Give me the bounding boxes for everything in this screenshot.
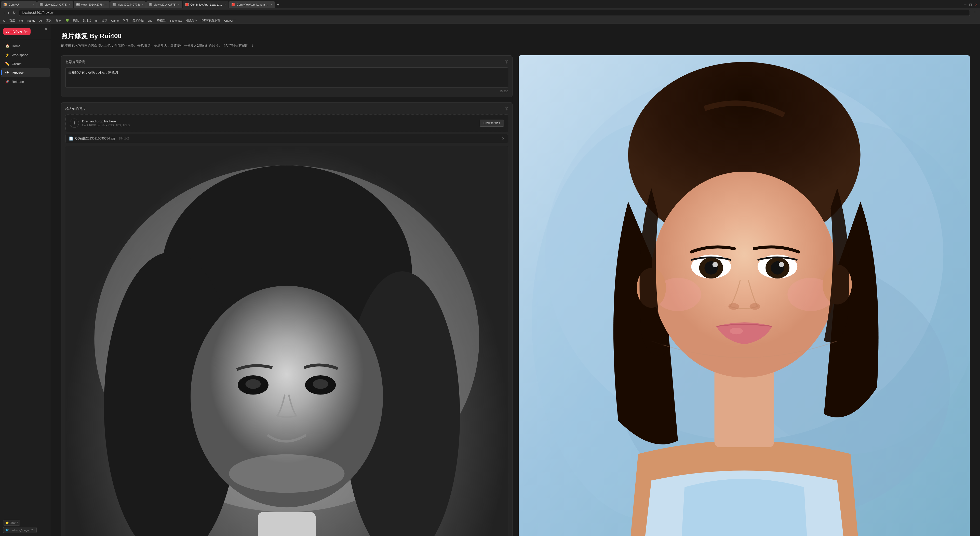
bookmark-visual[interactable]: 视觉结局 <box>185 18 199 23</box>
navigation-bar: ‹ › ↻ ⋮ <box>0 8 980 18</box>
active-indicator <box>1 70 2 75</box>
tab-label: ComfyflowApp: Load a com... <box>190 3 223 6</box>
bookmark-tencent[interactable]: 腾讯 <box>72 18 80 23</box>
sidebar-item-label: Create <box>12 62 22 66</box>
bookmarks-bar: Q 百度 me lhandy AI 工具 知乎 💚 腾讯 设计类 ui 社群 G… <box>0 18 980 24</box>
tab-close-icon[interactable]: × <box>142 3 143 6</box>
bookmark-q[interactable]: Q <box>2 19 6 22</box>
tab-close-icon[interactable]: × <box>105 3 107 6</box>
follow-button[interactable]: 🐦 Follow @xingren23 <box>3 527 37 533</box>
bookmark-ixd[interactable]: IXD可视化课程 <box>200 18 221 23</box>
bookmark-ai[interactable]: AI <box>38 19 43 22</box>
upload-section-header: 输入你的照片 ⓘ <box>65 107 508 111</box>
tab-favicon: 👁 <box>113 3 116 6</box>
sidebar-item-create[interactable]: ✏️ Create <box>1 59 50 68</box>
tab-favicon: 🔴 <box>185 3 189 6</box>
upload-cloud-icon: ⬆ <box>70 118 79 128</box>
logo-sub: App <box>24 30 28 33</box>
new-tab-button[interactable]: + <box>275 2 281 7</box>
reload-button[interactable]: ↻ <box>11 10 17 15</box>
file-name: QQ截图20230915090654.jpg <box>75 136 115 141</box>
bookmark-tools[interactable]: 工具 <box>45 18 53 23</box>
star-button[interactable]: ⭐ Star 7 <box>3 520 20 526</box>
bookmark-life[interactable]: Life <box>147 19 153 22</box>
tab-bar: 🎨 ComfyUI × 👁 view (2014×2778) × 👁 view … <box>0 0 980 8</box>
tab-view1[interactable]: 👁 view (2014×2778) × <box>37 1 73 8</box>
logo-box: comfyflow App <box>3 28 30 35</box>
color-portrait-svg: 激活 Windows 转到设置以激活 Windows <box>519 55 970 536</box>
bookmark-learn[interactable]: 学习 <box>122 18 129 23</box>
tab-close-icon[interactable]: × <box>224 3 226 6</box>
tab-favicon: 👁 <box>40 3 43 6</box>
svg-point-20 <box>651 171 837 377</box>
page-description: 能够按要求的氛围给黑白照片上色，并能优化画质、去除噪点、高清放大，最终提供一张放… <box>61 43 970 48</box>
content-grid: 色彩范围设定 ⓘ 美丽的少女，夜晚，月光，冷色调 15/300 输入你的照片 ⓘ… <box>61 55 970 536</box>
svg-point-12 <box>229 454 344 493</box>
sidebar-item-workspace[interactable]: ⚡ Workspace <box>1 51 50 59</box>
bookmark-chatgpt[interactable]: ChatGPT <box>223 19 237 22</box>
upload-left: ⬆ Drag and drop file here Limit 10MB per… <box>70 118 130 128</box>
sidebar-logo: comfyflow App ✕ <box>0 24 51 39</box>
sidebar-close-button[interactable]: ✕ <box>45 27 48 31</box>
tab-view2[interactable]: 👁 view (2014×2778) × <box>74 1 110 8</box>
svg-point-10 <box>245 379 261 389</box>
bookmark-baidu[interactable]: 百度 <box>8 18 16 23</box>
tab-favicon: 👁 <box>76 3 80 6</box>
tab-close-icon[interactable]: × <box>69 3 70 6</box>
file-remove-button[interactable]: ✕ <box>502 136 505 140</box>
bookmark-social[interactable]: 社群 <box>100 18 108 23</box>
sidebar-item-label: Preview <box>12 71 24 75</box>
bookmark-design[interactable]: 设计类 <box>82 18 92 23</box>
right-panel: 激活 Windows 转到设置以激活 Windows <box>519 55 970 536</box>
back-button[interactable]: ‹ <box>2 10 6 15</box>
bookmark-lhandy[interactable]: lhandy <box>26 19 36 22</box>
maximize-button[interactable]: □ <box>968 2 973 7</box>
bookmark-me[interactable]: me <box>18 19 24 22</box>
minimize-button[interactable]: ─ <box>963 2 968 7</box>
bookmark-star[interactable]: 💚 <box>64 19 70 22</box>
sidebar-nav: 🏠 Home ⚡ Workspace ✏️ Create 👁 Preview 🚀… <box>0 39 51 517</box>
bookmark-ui[interactable]: ui <box>94 19 99 22</box>
tab-favicon: 🎨 <box>3 3 7 6</box>
tab-comfyflow-active[interactable]: 🔴 ComfyflowApp: Load a com... × <box>183 1 229 8</box>
sidebar-item-release[interactable]: 🚀 Release <box>1 77 50 86</box>
tab-comfyui[interactable]: 🎨 ComfyUI × <box>1 1 37 8</box>
upload-info-icon[interactable]: ⓘ <box>505 107 508 111</box>
twitter-icon: 🐦 <box>5 528 9 532</box>
upload-area[interactable]: ⬆ Drag and drop file here Limit 10MB per… <box>65 114 508 132</box>
browse-files-button[interactable]: Browse files <box>480 120 504 127</box>
svg-rect-19 <box>714 367 774 447</box>
tab-comfyflow2[interactable]: 🔴 ComfyflowApp: Load a com... × <box>229 1 275 8</box>
tab-favicon: 👁 <box>149 3 152 6</box>
section-header: 色彩范围设定 ⓘ <box>65 60 508 64</box>
tab-view3[interactable]: 👁 view (2014×2778) × <box>110 1 146 8</box>
bookmark-art[interactable]: 美术作品 <box>132 18 145 23</box>
bookmark-zhihu[interactable]: 知乎 <box>55 18 62 23</box>
upload-section-label: 输入你的照片 <box>65 107 85 111</box>
release-icon: 🚀 <box>5 80 9 84</box>
settings-icon[interactable]: ⋮ <box>972 10 978 15</box>
info-icon[interactable]: ⓘ <box>505 60 508 64</box>
bookmark-game[interactable]: Game <box>110 19 120 22</box>
create-icon: ✏️ <box>5 62 9 66</box>
tab-view4[interactable]: 👁 view (2014×2778) × <box>146 1 182 8</box>
tab-close-icon[interactable]: × <box>270 3 272 6</box>
svg-rect-6 <box>258 512 316 536</box>
tab-close-icon[interactable]: × <box>32 3 34 6</box>
prompt-input[interactable]: 美丽的少女，夜晚，月光，冷色调 <box>65 67 508 88</box>
tab-label: view (2014×2778) <box>45 3 67 6</box>
forward-button[interactable]: › <box>7 10 11 15</box>
star-icon: ⭐ <box>5 521 9 524</box>
bookmark-3d[interactable]: 3D模型 <box>155 18 167 23</box>
svg-point-29 <box>712 262 718 267</box>
sidebar-item-preview[interactable]: 👁 Preview <box>1 69 50 77</box>
main-content: 照片修复 By Rui400 能够按要求的氛围给黑白照片上色，并能优化画质、去除… <box>51 24 980 536</box>
left-panel: 色彩范围设定 ⓘ 美丽的少女，夜晚，月光，冷色调 15/300 输入你的照片 ⓘ… <box>61 55 512 536</box>
tab-close-icon[interactable]: × <box>178 3 180 6</box>
bookmark-sketchfab[interactable]: Sketchfab <box>169 19 183 22</box>
address-bar[interactable] <box>19 10 970 16</box>
close-button[interactable]: ✕ <box>974 2 979 7</box>
sidebar-item-home[interactable]: 🏠 Home <box>1 41 50 50</box>
tab-label: ComfyUI <box>9 3 31 6</box>
char-count: 15/300 <box>65 90 508 93</box>
